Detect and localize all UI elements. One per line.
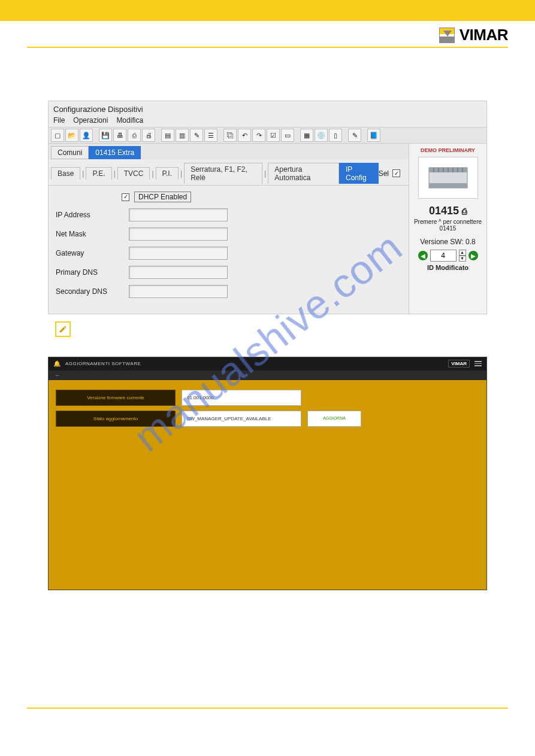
dialog-title: Configurazione Dispositivi [49, 101, 486, 116]
id-modificato-label: ID Modificato [413, 264, 483, 271]
bell-icon: 🔔 [53, 360, 61, 367]
tb-disc-icon[interactable]: 💿 [315, 129, 328, 142]
label-ip-address: IP Address [56, 211, 122, 219]
sel-checkbox[interactable] [392, 169, 400, 177]
input-net-mask[interactable] [129, 227, 228, 241]
menu-bar: File Operazioni Modifica [49, 116, 486, 127]
ip-form: DHCP Enabled IP Address Net Mask Gateway [49, 186, 409, 314]
edit-pencil-icon [55, 321, 71, 337]
tb-open-icon[interactable]: 📂 [65, 129, 78, 142]
subtab-apertura[interactable]: Apertura Automatica [268, 163, 339, 184]
right-panel: DEMO PRELIMINARY 01415 ⎙ Premere ^ per c… [409, 144, 486, 314]
tb-undo-icon[interactable]: ↶ [238, 129, 251, 142]
tb-redo-icon[interactable]: ↷ [252, 129, 265, 142]
tab-comuni[interactable]: Comuni [51, 146, 89, 159]
id-spin-down[interactable]: ▼ [459, 256, 466, 262]
tb-doc2-icon[interactable]: ▥ [176, 129, 189, 142]
top-tab-row: Comuni 01415 Extra [49, 144, 409, 159]
subtab-ipconfig[interactable]: IP Config [339, 163, 379, 184]
label-secondary-dns: Secondary DNS [56, 287, 122, 296]
label-net-mask: Net Mask [56, 230, 122, 238]
label-gateway: Gateway [56, 249, 122, 257]
brand-block: VIMAR [439, 26, 508, 44]
tab-01415-extra[interactable]: 01415 Extra [89, 146, 141, 159]
menu-operazioni[interactable]: Operazioni [73, 116, 108, 125]
page-body: manualshive.com In the IP Config tab of … [0, 48, 535, 660]
subtab-serratura[interactable]: Serratura, F1, F2, Relè [184, 163, 262, 184]
version-label: Versione SW: 0.8 [413, 238, 483, 246]
dhcp-checkbox[interactable] [122, 193, 129, 201]
demo-preliminary-label: DEMO PRELIMINARY [413, 147, 483, 153]
intro-paragraph: In the IP Config tab of the configuratio… [48, 75, 487, 95]
tb-export-icon[interactable]: ⎙ [128, 129, 141, 142]
brand-logo-icon [439, 28, 455, 43]
label-primary-dns: Primary DNS [56, 268, 122, 277]
connect-hint: Premere ^ per connettere 01415 [413, 218, 483, 232]
id-nav: ◀ ▲ ▼ ▶ [413, 250, 483, 262]
sub-tab-row: Base | P.E. | TVCC | P.I. | Serratura, F… [49, 159, 409, 186]
sel-label: Sel [379, 169, 389, 178]
subtab-pe[interactable]: P.E. [86, 167, 111, 180]
device-image [418, 157, 478, 199]
input-ip-address[interactable] [129, 208, 228, 221]
edit-icon-caption: Use the edit button in the toolbar to wr… [75, 325, 304, 333]
tb-book-icon[interactable]: 📘 [367, 129, 380, 142]
post-paragraph: The web administration page shows the cu… [48, 599, 487, 618]
update-button[interactable]: AGGIORNA [307, 411, 361, 427]
input-secondary-dns[interactable] [129, 285, 228, 298]
menu-file[interactable]: File [53, 116, 65, 125]
tb-list-icon[interactable]: ☰ [204, 129, 217, 142]
id-next-button[interactable]: ▶ [468, 251, 478, 260]
tb-grid-icon[interactable]: ▦ [300, 129, 313, 142]
web-brand: VIMAR [448, 360, 470, 368]
web-admin-screenshot: 🔔 AGGIORNAMENTI SOFTWARE VIMAR ← Version… [48, 357, 487, 590]
tb-new-icon[interactable]: ▢ [51, 129, 64, 142]
top-yellow-band [0, 0, 535, 21]
tb-device-icon[interactable]: ▯ [329, 129, 342, 142]
page-number: 29 [0, 709, 535, 723]
id-prev-button[interactable]: ◀ [418, 251, 428, 260]
tb-edit-icon[interactable]: ✎ [190, 129, 203, 142]
fw-version-label: Versione firmware corrente [56, 390, 176, 406]
web-back-bar[interactable]: ← [49, 371, 486, 380]
toolbar: ▢ 📂 👤 💾 🖶 ⎙ 🖨 ▤ ▥ ✎ ☰ ⿻ ↶ ↷ ☑ ▭ ▦ 💿 ▯ ✎ [49, 127, 486, 144]
usb-icon: ⎙ [462, 207, 467, 216]
brand-name: VIMAR [460, 26, 508, 44]
burger-icon[interactable] [474, 361, 482, 366]
dhcp-label: DHCP Enabled [134, 192, 191, 202]
subtab-pi[interactable]: P.I. [156, 167, 179, 180]
input-primary-dns[interactable] [129, 266, 228, 279]
mid-paragraph [48, 341, 487, 350]
svg-rect-2 [429, 183, 467, 188]
id-spin-up[interactable]: ▲ [459, 250, 466, 256]
tb-check-icon[interactable]: ☑ [267, 129, 280, 142]
input-gateway[interactable] [129, 247, 228, 260]
header: VIMAR [0, 21, 535, 47]
tb-print-icon[interactable]: 🖶 [113, 129, 126, 142]
edit-icon-note: • Use the edit button in the toolbar to … [48, 321, 487, 337]
web-header: 🔔 AGGIORNAMENTI SOFTWARE VIMAR [49, 357, 486, 371]
subtab-tvcc[interactable]: TVCC [117, 167, 150, 180]
menu-modifica[interactable]: Modifica [116, 116, 143, 125]
id-input[interactable] [430, 250, 457, 262]
update-status-value: SW_MANAGER_UPDATE_AVAILABLE [182, 411, 301, 427]
fw-version-value: 01.001.0000 [182, 390, 301, 406]
tb-print2-icon[interactable]: 🖨 [142, 129, 155, 142]
tb-pencil-icon[interactable]: ✎ [348, 129, 361, 142]
subtab-base[interactable]: Base [51, 167, 80, 180]
tb-user-icon[interactable]: 👤 [80, 129, 93, 142]
device-model: 01415 [429, 205, 459, 217]
tb-window-icon[interactable]: ▭ [281, 129, 294, 142]
tb-doc1-icon[interactable]: ▤ [161, 129, 174, 142]
web-title: AGGIORNAMENTI SOFTWARE [65, 361, 141, 366]
tb-save-icon[interactable]: 💾 [99, 129, 112, 142]
config-dialog-screenshot: Configurazione Dispositivi File Operazio… [48, 101, 487, 314]
update-status-label: Stato aggiornamento [56, 411, 176, 427]
tb-copy-icon[interactable]: ⿻ [223, 129, 237, 142]
